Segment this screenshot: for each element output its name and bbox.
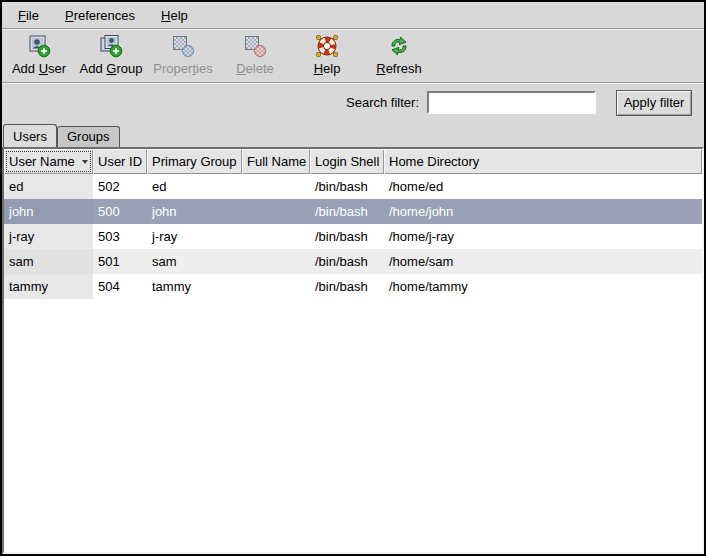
table-empty-area (4, 299, 702, 552)
column-header-user-id[interactable]: User ID (93, 149, 147, 174)
menu-bar: File Preferences Help (2, 2, 704, 28)
tab-users[interactable]: Users (3, 124, 57, 147)
menu-preferences[interactable]: Preferences (59, 6, 141, 25)
tab-bar: Users Groups (2, 121, 704, 147)
search-filter-row: Search filter: Apply filter (2, 84, 704, 121)
properties-label: Properties (153, 61, 212, 76)
add-user-label: Add User (12, 61, 66, 76)
properties-button: Properties (148, 30, 218, 80)
column-header-full-name[interactable]: Full Name (242, 149, 310, 174)
add-group-label: Add Group (80, 61, 143, 76)
menu-file[interactable]: File (12, 6, 45, 25)
add-user-icon (26, 33, 52, 59)
help-lifebuoy-icon (314, 33, 340, 59)
users-table: User Name User ID Primary Group Full Nam… (2, 147, 704, 554)
toolbar: Add User Add Group Properties Delete (2, 30, 704, 82)
add-user-button[interactable]: Add User (4, 30, 74, 80)
column-header-user-name[interactable]: User Name (4, 149, 93, 174)
search-filter-label: Search filter: (346, 95, 419, 110)
add-group-button[interactable]: Add Group (76, 30, 146, 80)
sort-descending-icon (82, 160, 88, 164)
refresh-icon (386, 33, 412, 59)
delete-button: Delete (220, 30, 290, 80)
column-header-home-directory[interactable]: Home Directory (384, 149, 702, 174)
help-button[interactable]: Help (292, 30, 362, 80)
delete-icon (242, 33, 268, 59)
refresh-label: Refresh (376, 61, 422, 76)
table-row-sam[interactable]: sam 501 sam /bin/bash /home/sam (4, 249, 702, 274)
table-row-john[interactable]: john 500 john /bin/bash /home/john (4, 199, 702, 224)
tab-groups[interactable]: Groups (57, 126, 120, 147)
table-header-row: User Name User ID Primary Group Full Nam… (4, 149, 702, 174)
table-row-tammy[interactable]: tammy 504 tammy /bin/bash /home/tammy (4, 274, 702, 299)
table-row-j-ray[interactable]: j-ray 503 j-ray /bin/bash /home/j-ray (4, 224, 702, 249)
delete-label: Delete (236, 61, 274, 76)
help-label: Help (314, 61, 341, 76)
table-row-ed[interactable]: ed 502 ed /bin/bash /home/ed (4, 174, 702, 199)
refresh-button[interactable]: Refresh (364, 30, 434, 80)
column-header-primary-group[interactable]: Primary Group (147, 149, 242, 174)
search-filter-input[interactable] (427, 91, 596, 114)
add-group-icon (98, 33, 124, 59)
properties-icon (170, 33, 196, 59)
menu-help[interactable]: Help (155, 6, 194, 25)
apply-filter-button[interactable]: Apply filter (616, 90, 692, 116)
column-header-login-shell[interactable]: Login Shell (310, 149, 384, 174)
